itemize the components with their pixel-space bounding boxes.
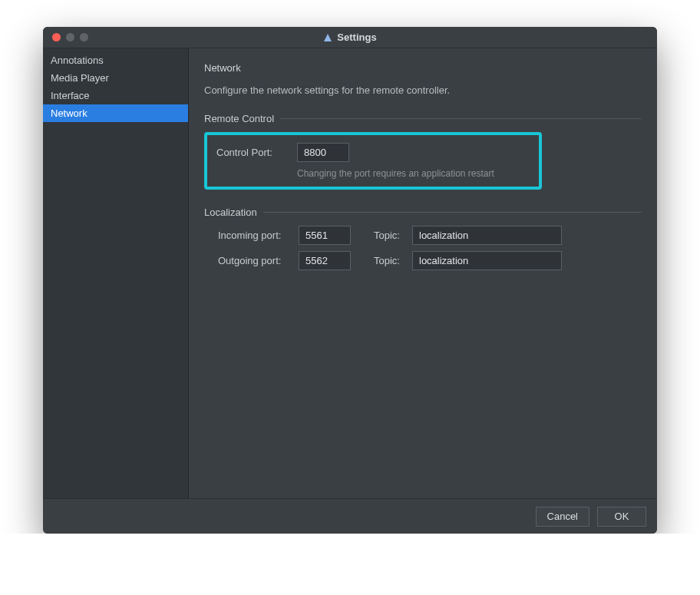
outgoing-port-label: Outgoing port:: [218, 255, 299, 266]
divider: [280, 118, 642, 119]
sidebar: Annotations Media Player Interface Netwo…: [43, 48, 189, 498]
minimize-icon[interactable]: [66, 33, 74, 41]
remote-control-highlight: Control Port: Changing the port requires…: [204, 132, 542, 190]
settings-window: Settings Annotations Media Player Interf…: [43, 27, 657, 534]
sidebar-item-label: Network: [51, 107, 88, 119]
titlebar: Settings: [43, 27, 657, 48]
group-legend: Localization: [204, 207, 263, 218]
sidebar-item-label: Interface: [51, 90, 90, 101]
incoming-port-label: Incoming port:: [218, 230, 299, 241]
page-title: Network: [204, 62, 642, 74]
outgoing-topic-input[interactable]: [412, 251, 562, 270]
sidebar-item-media-player[interactable]: Media Player: [43, 69, 188, 87]
page-description: Configure the network settings for the r…: [204, 84, 642, 96]
control-port-input[interactable]: [297, 143, 349, 162]
sidebar-item-label: Media Player: [51, 72, 109, 84]
maximize-icon[interactable]: [80, 33, 88, 41]
incoming-port-input[interactable]: [299, 226, 351, 245]
remote-control-group: Remote Control Control Port: Changing th…: [204, 113, 642, 190]
incoming-topic-label: Topic:: [374, 230, 412, 241]
outgoing-port-input[interactable]: [299, 251, 351, 270]
app-icon: [323, 33, 332, 42]
ok-button[interactable]: OK: [597, 507, 646, 527]
sidebar-item-network[interactable]: Network: [43, 104, 188, 122]
window-body: Annotations Media Player Interface Netwo…: [43, 48, 657, 498]
control-port-hint: Changing the port requires an applicatio…: [297, 168, 530, 179]
close-icon[interactable]: [52, 33, 61, 41]
svg-marker-0: [324, 34, 332, 41]
localization-group: Localization Incoming port: Topic: Outgo…: [204, 207, 642, 270]
sidebar-item-label: Annotations: [51, 55, 104, 66]
outgoing-topic-label: Topic:: [374, 255, 412, 266]
sidebar-item-interface[interactable]: Interface: [43, 87, 188, 104]
window-title: Settings: [337, 31, 376, 43]
window-controls: [43, 33, 88, 41]
main-panel: Network Configure the network settings f…: [189, 48, 657, 498]
group-legend: Remote Control: [204, 113, 280, 124]
footer: Cancel OK: [43, 498, 657, 534]
divider: [263, 212, 642, 213]
incoming-topic-input[interactable]: [412, 226, 562, 245]
sidebar-item-annotations[interactable]: Annotations: [43, 51, 188, 69]
cancel-button[interactable]: Cancel: [536, 507, 589, 527]
control-port-label: Control Port:: [216, 147, 297, 158]
